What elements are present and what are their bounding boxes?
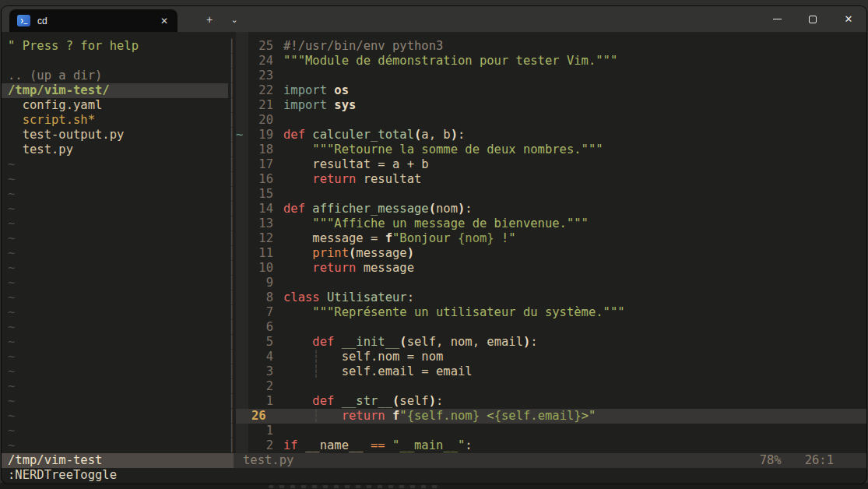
nerdtree-up-dir[interactable]: .. (up a dir) (2, 69, 228, 83)
separator-glyph: │ (228, 113, 236, 128)
code-line[interactable]: 18 """Retourne la somme de deux nombres.… (236, 142, 866, 157)
editor-buffer[interactable]: 25#!/usr/bin/env python3 24"""Module de … (236, 32, 866, 453)
vim-command-line[interactable]: :NERDTreeToggle (2, 468, 866, 484)
code-line[interactable]: 4 ┆ self.nom = nom (236, 350, 866, 364)
titlebar[interactable]: ❯_ cd ✕ + ⌄ ✕ (2, 6, 866, 32)
line-number: 22 (248, 83, 273, 98)
code-line[interactable]: 3 ┆ self.email = email (236, 364, 866, 379)
code-text: """Affiche un message de bienvenue.""" (273, 216, 866, 231)
tab-title: cd (37, 16, 157, 26)
code-line[interactable]: 2if __name__ == "__main__": (236, 438, 866, 453)
code-line[interactable]: 11 print(message) (236, 246, 866, 261)
line-number: 2 (248, 438, 273, 453)
code-line[interactable]: 12 message = f"Bonjour {nom} !" (236, 231, 866, 246)
code-line[interactable]: 13 """Affiche un message de bienvenue.""… (236, 216, 866, 231)
code-text (273, 113, 866, 128)
code-text: ┆ return f"{self.nom} <{self.email}>" (273, 409, 866, 424)
nerdtree-panel[interactable]: " Press ? for help.. (up a dir)/tmp/vim-… (2, 32, 228, 453)
line-number: 25 (248, 39, 273, 54)
statusline-filename: test.py (243, 453, 760, 468)
code-line[interactable]: 1 def __str__(self): (236, 394, 866, 409)
nerdtree-item[interactable]: script.sh* (2, 113, 228, 128)
code-line[interactable]: 24"""Module de démonstration pour tester… (236, 54, 866, 69)
separator-glyph: │ (228, 409, 236, 424)
minimize-button[interactable] (759, 6, 795, 32)
sign-cell (236, 409, 248, 424)
sign-cell (236, 54, 248, 69)
code-text: ┆ self.email = email (273, 364, 866, 379)
code-text (273, 69, 866, 83)
sign-cell (236, 157, 248, 172)
code-text: """Module de démonstration pour tester V… (273, 54, 866, 69)
line-number: 12 (248, 231, 273, 246)
code-line[interactable]: 20 (236, 113, 866, 128)
separator-glyph: │ (228, 320, 236, 335)
code-line[interactable]: 10 return message (236, 261, 866, 276)
tab-dropdown-button[interactable]: ⌄ (224, 11, 244, 30)
code-line[interactable]: 1 (236, 424, 866, 438)
window-separator[interactable]: ││││││││││││││││││││││││││││ (228, 32, 236, 453)
maximize-button[interactable] (795, 6, 831, 32)
code-text: def __str__(self): (273, 394, 866, 409)
code-text (273, 276, 866, 290)
code-line[interactable]: 6 (236, 320, 866, 335)
code-text: def calculer_total(a, b): (273, 128, 866, 142)
nerdtree-blank-line (2, 54, 228, 69)
line-number: 5 (248, 335, 273, 350)
code-text: ┆ self.nom = nom (273, 350, 866, 364)
code-line[interactable]: 14def afficher_message(nom): (236, 202, 866, 216)
code-line[interactable]: 21import sys (236, 98, 866, 113)
sign-cell (236, 394, 248, 409)
code-line[interactable]: 5 def __init__(self, nom, email): (236, 335, 866, 350)
code-line[interactable]: 2 (236, 379, 866, 394)
tab-cd[interactable]: ❯_ cd ✕ (9, 9, 177, 32)
code-line[interactable]: 9 (236, 276, 866, 290)
code-line[interactable]: ~19def calculer_total(a, b): (236, 128, 866, 142)
nerdtree-item[interactable]: test-output.py (2, 128, 228, 142)
line-number: 2 (248, 379, 273, 394)
new-tab-button[interactable]: + (199, 11, 220, 30)
taskbar-icons-blur (269, 485, 440, 488)
sign-cell (236, 320, 248, 335)
empty-line-tilde: ~ (2, 320, 228, 335)
separator-glyph: │ (228, 216, 236, 231)
sign-cell (236, 69, 248, 83)
code-line[interactable]: 25#!/usr/bin/env python3 (236, 39, 866, 54)
empty-line-tilde: ~ (2, 335, 228, 350)
code-text: import os (273, 83, 866, 98)
nerdtree-help-line: " Press ? for help (2, 39, 228, 54)
empty-line-tilde: ~ (2, 290, 228, 305)
nerdtree-item[interactable]: test.py (2, 142, 228, 157)
statusline-nerdtree: /tmp/vim-test (2, 453, 234, 468)
empty-line-tilde: ~ (2, 305, 228, 320)
separator-glyph: │ (228, 276, 236, 290)
maximize-icon (809, 16, 817, 23)
code-line[interactable]: 22import os (236, 83, 866, 98)
line-number: 21 (248, 98, 273, 113)
separator-glyph: │ (228, 157, 236, 172)
line-number: 16 (248, 172, 273, 187)
code-line[interactable]: 17 resultat = a + b (236, 157, 866, 172)
sign-cell (236, 231, 248, 246)
code-line[interactable]: 8class Utilisateur: (236, 290, 866, 305)
code-line[interactable]: 16 return resultat (236, 172, 866, 187)
code-text: if __name__ == "__main__": (273, 438, 866, 453)
separator-glyph: │ (228, 364, 236, 379)
close-button[interactable]: ✕ (831, 6, 866, 32)
nerdtree-root-dir[interactable]: /tmp/vim-test/ (2, 83, 228, 98)
code-line-current[interactable]: 26 ┆ return f"{self.nom} <{self.email}>" (236, 409, 866, 424)
code-line[interactable]: 23 (236, 69, 866, 83)
sign-cell (236, 261, 248, 276)
line-number: 19 (248, 128, 273, 142)
window-controls: ✕ (759, 6, 866, 32)
code-line[interactable]: 15 (236, 187, 866, 202)
separator-glyph: │ (228, 98, 236, 113)
code-line[interactable]: 7 """Représente un utilisateur du systèm… (236, 305, 866, 320)
code-text: print(message) (273, 246, 866, 261)
empty-line-tilde: ~ (2, 350, 228, 364)
nerdtree-item[interactable]: config.yaml (2, 98, 228, 113)
tab-close-icon[interactable]: ✕ (157, 14, 171, 28)
empty-line-tilde: ~ (2, 438, 228, 453)
empty-line-tilde: ~ (2, 276, 228, 290)
code-text (273, 379, 866, 394)
